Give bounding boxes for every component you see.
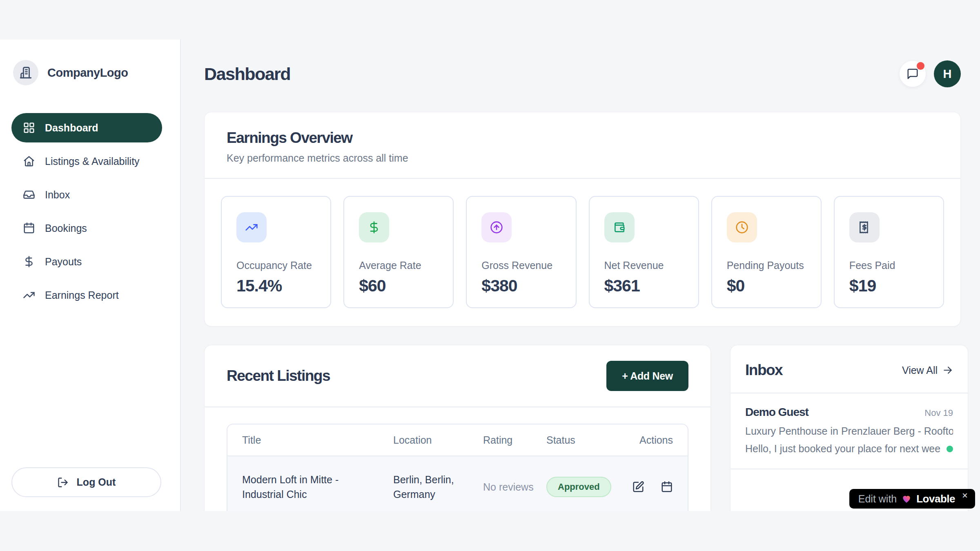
sidebar-item-label: Earnings Report bbox=[45, 289, 119, 301]
view-all-label: View All bbox=[902, 364, 938, 376]
status-badge: Approved bbox=[546, 477, 611, 497]
sidebar-item-label: Listings & Availability bbox=[45, 156, 140, 167]
sidebar-item-dashboard[interactable]: Dashboard bbox=[11, 113, 162, 142]
avatar[interactable]: H bbox=[934, 60, 961, 87]
notification-dot bbox=[917, 62, 924, 70]
listing-status: Approved bbox=[546, 477, 632, 497]
clock-icon bbox=[727, 212, 757, 242]
message-date: Nov 19 bbox=[924, 408, 953, 418]
sidebar-item-listings[interactable]: Listings & Availability bbox=[11, 147, 162, 176]
table-row: Modern Loft in Mitte - Industrial Chic B… bbox=[227, 456, 688, 511]
listing-rating: No reviews bbox=[483, 480, 546, 494]
logo: CompanyLogo bbox=[13, 60, 162, 85]
sidebar-item-earnings-report[interactable]: Earnings Report bbox=[11, 280, 162, 310]
logo-text: CompanyLogo bbox=[47, 66, 128, 80]
sidebar-item-payouts[interactable]: Payouts bbox=[11, 247, 162, 276]
metric-label: Fees Paid bbox=[849, 260, 929, 271]
message-square-icon bbox=[906, 68, 919, 80]
main-header: Dashboard H bbox=[204, 58, 961, 89]
view-all-link[interactable]: View All bbox=[902, 364, 953, 376]
metric-value: $0 bbox=[727, 276, 806, 295]
sidebar-item-bookings[interactable]: Bookings bbox=[11, 213, 162, 243]
trending-up-icon bbox=[236, 212, 267, 242]
listing-actions bbox=[632, 481, 673, 493]
sidebar-item-inbox[interactable]: Inbox bbox=[11, 180, 162, 209]
lovable-heart-icon bbox=[901, 493, 912, 504]
edit-with-lovable-badge[interactable]: Edit with Lovable × bbox=[849, 489, 975, 509]
column-header-location: Location bbox=[393, 434, 483, 446]
metric-card-gross-revenue: Gross Revenue $380 bbox=[466, 196, 576, 308]
earnings-overview-card: Earnings Overview Key performance metric… bbox=[204, 112, 961, 327]
message-preview: Hello, I just booked your place for next… bbox=[745, 443, 941, 455]
listings-table: Title Location Rating Status Actions Mod… bbox=[227, 424, 688, 511]
lovable-brand: Lovable bbox=[916, 493, 955, 505]
trending-up-icon bbox=[23, 289, 35, 301]
metric-card-fees-paid: Fees Paid $19 bbox=[834, 196, 944, 308]
metric-card-average-rate: Average Rate $60 bbox=[343, 196, 454, 308]
layout-grid-icon bbox=[23, 122, 35, 134]
message-subject: Luxury Penthouse in Prenzlauer Berg - Ro… bbox=[745, 425, 953, 437]
lovable-prefix: Edit with bbox=[858, 493, 897, 505]
metric-card-net-revenue: Net Revenue $361 bbox=[589, 196, 699, 308]
receipt-icon bbox=[849, 212, 880, 242]
edit-icon[interactable] bbox=[632, 481, 644, 493]
inbox-message[interactable]: Demo Guest Nov 19 Luxury Penthouse in Pr… bbox=[731, 393, 968, 469]
sidebar-item-label: Payouts bbox=[45, 256, 82, 268]
metric-label: Gross Revenue bbox=[481, 260, 561, 271]
earnings-overview-subtitle: Key performance metrics across all time bbox=[227, 152, 938, 164]
metric-card-pending-payouts: Pending Payouts $0 bbox=[711, 196, 822, 308]
recent-listings-title: Recent Listings bbox=[227, 367, 330, 384]
message-sender: Demo Guest bbox=[745, 406, 808, 419]
unread-dot bbox=[947, 446, 953, 452]
page-title: Dashboard bbox=[204, 64, 290, 84]
company-logo-icon bbox=[13, 60, 38, 85]
circle-arrow-up-icon bbox=[481, 212, 512, 242]
metric-label: Occupancy Rate bbox=[236, 260, 316, 271]
listing-title: Modern Loft in Mitte - Industrial Chic bbox=[242, 472, 393, 502]
metric-value: $60 bbox=[359, 276, 438, 295]
home-icon bbox=[23, 155, 35, 167]
calendar-icon bbox=[23, 222, 35, 234]
metric-value: $19 bbox=[849, 276, 929, 295]
sidebar-item-label: Dashboard bbox=[45, 122, 98, 134]
inbox-card: Inbox View All Demo Guest Nov 19 Luxury … bbox=[730, 345, 968, 511]
main-content: Dashboard H Earnings Overview Key perfor… bbox=[181, 40, 980, 511]
chat-button[interactable] bbox=[900, 61, 926, 87]
calendar-icon[interactable] bbox=[661, 481, 673, 493]
column-header-actions: Actions bbox=[632, 434, 673, 446]
message-preview-row: Hello, I just booked your place for next… bbox=[745, 443, 953, 455]
column-header-status: Status bbox=[546, 434, 632, 446]
wallet-icon bbox=[604, 212, 635, 242]
sidebar: CompanyLogo Dashboard Listings & Availab… bbox=[0, 40, 181, 511]
sidebar-nav: Dashboard Listings & Availability Inbox bbox=[11, 113, 162, 310]
metric-label: Pending Payouts bbox=[727, 260, 806, 271]
logout-label: Log Out bbox=[77, 476, 116, 488]
bottom-row: Recent Listings + Add New Title Location… bbox=[204, 345, 961, 511]
metric-label: Average Rate bbox=[359, 260, 438, 271]
listing-location: Berlin, Berlin, Germany bbox=[393, 472, 483, 502]
close-icon[interactable]: × bbox=[962, 490, 968, 501]
header-actions: H bbox=[900, 60, 961, 87]
logout-button[interactable]: Log Out bbox=[11, 467, 161, 497]
recent-listings-header: Recent Listings + Add New bbox=[205, 345, 710, 407]
inbox-icon bbox=[23, 189, 35, 201]
metrics-row: Occupancy Rate 15.4% Average Rate $60 bbox=[205, 179, 960, 326]
dollar-icon bbox=[23, 256, 35, 268]
recent-listings-card: Recent Listings + Add New Title Location… bbox=[204, 345, 711, 511]
sidebar-item-label: Bookings bbox=[45, 222, 87, 234]
earnings-overview-header: Earnings Overview Key performance metric… bbox=[205, 112, 960, 179]
arrow-right-icon bbox=[942, 365, 953, 375]
metric-value: 15.4% bbox=[236, 276, 316, 295]
inbox-title: Inbox bbox=[745, 362, 782, 379]
logout-icon bbox=[57, 477, 69, 488]
dollar-icon bbox=[359, 212, 389, 242]
sidebar-item-label: Inbox bbox=[45, 189, 70, 201]
table-header-row: Title Location Rating Status Actions bbox=[227, 424, 688, 456]
add-new-button[interactable]: + Add New bbox=[606, 361, 688, 391]
metric-value: $361 bbox=[604, 276, 684, 295]
metric-card-occupancy-rate: Occupancy Rate 15.4% bbox=[221, 196, 331, 308]
metric-label: Net Revenue bbox=[604, 260, 684, 271]
column-header-rating: Rating bbox=[483, 434, 546, 446]
metric-value: $380 bbox=[481, 276, 561, 295]
inbox-header: Inbox View All bbox=[731, 345, 968, 393]
